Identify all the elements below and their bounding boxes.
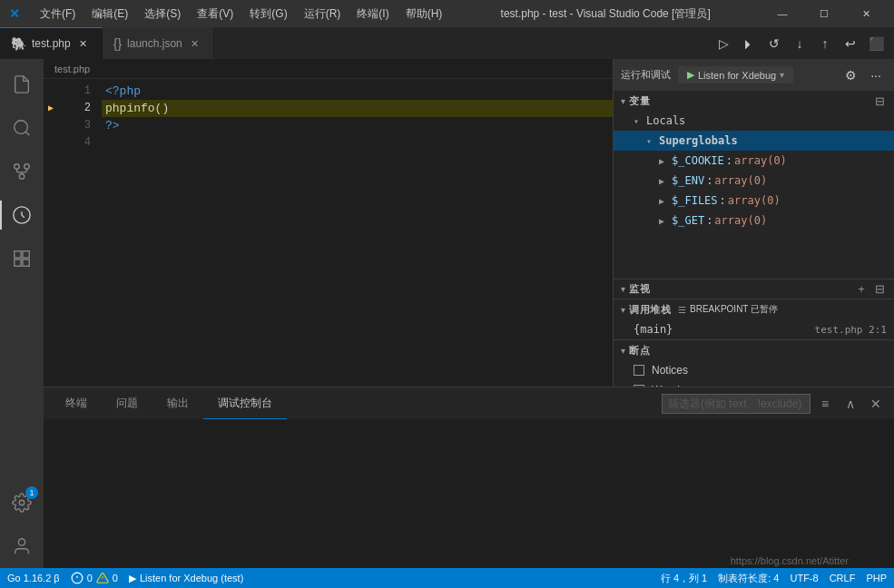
collapse-all-icon[interactable]: ⊟ [872,93,887,108]
cookie-chevron: ▶ [659,156,672,166]
var-tree: ▾ Locals ▾ Superglobals ▶ [614,111,894,230]
search-icon[interactable] [0,106,44,150]
add-watch-icon[interactable]: + [854,282,869,297]
debug-continue-button[interactable]: ▷ [712,34,734,54]
content-area: 1 test.php [0,59,894,568]
callstack-main-item[interactable]: {main} test.php 2:1 [614,319,894,339]
tab-problems[interactable]: 问题 [102,387,152,419]
close-panel-icon[interactable]: ✕ [865,394,887,414]
var-env[interactable]: ▶ $_ENV : array(0) [614,171,894,191]
status-go-version[interactable]: Go 1.16.2 β [7,573,60,583]
menu-item[interactable]: 帮助(H) [398,5,450,24]
line-num-2: 2 [58,100,91,117]
account-icon[interactable] [0,524,44,568]
editor-main: test.php ▶ 1 2 3 4 [44,59,613,387]
tabs-toolbar: 🐘test.php✕{}launch.json✕ ▷ ⏵ ↺ ↓ ↑ ↩ ⬛ [0,27,894,59]
source-control-icon[interactable] [0,150,44,193]
collapse-watch-icon[interactable]: ⊟ [872,282,887,297]
tab-output[interactable]: 输出 [152,387,203,419]
svg-rect-9 [23,260,29,266]
bp-warnings[interactable]: Warnings [614,380,894,387]
debug-step-over-button[interactable]: ↺ [763,34,785,54]
debug-console-content[interactable] [44,419,894,568]
var-cookie[interactable]: ▶ $_COOKIE : array(0) [614,151,894,171]
settings-icon[interactable]: 1 [0,481,44,524]
position-label: 行 4，列 1 [661,572,707,585]
env-colon: : [706,174,712,187]
svg-line-1 [25,132,29,135]
line-num-1: 1 [58,83,91,100]
collapse-panel-icon[interactable]: ∧ [840,394,861,414]
gear-icon[interactable]: ⚙ [840,65,861,85]
title-bar: ✕ 文件(F)编辑(E)选择(S)查看(V)转到(G)运行(R)终端(I)帮助(… [0,0,894,27]
listen-xdebug-button[interactable]: ▶ Listen for Xdebug ▾ [678,66,793,83]
locals-item[interactable]: ▾ Locals [614,111,894,131]
menu-item[interactable]: 选择(S) [137,5,188,24]
debug-pause-button[interactable]: ⏵ [738,34,760,54]
menu-item[interactable]: 文件(F) [33,5,83,24]
debug-step-out-button[interactable]: ↑ [814,34,836,54]
debug-restart-button[interactable]: ↩ [840,34,861,54]
cookie-colon: : [726,154,732,167]
close-button[interactable]: ✕ [845,0,887,27]
variables-section-title: 变量 [629,94,650,108]
status-errors[interactable]: 0 0 [71,572,118,584]
status-encoding[interactable]: UTF-8 [790,573,818,583]
superglobals-item[interactable]: ▾ Superglobals [614,131,894,151]
breakpoint-status-icon: ☰ [678,305,686,315]
variables-section-header[interactable]: ▾ 变量 ⊟ [614,91,894,111]
var-get[interactable]: ▶ $_GET : array(0) [614,211,894,230]
breakpoints-header[interactable]: ▾ 断点 [614,340,894,360]
debug-stop-button[interactable]: ⬛ [865,34,887,54]
code-editor[interactable]: ▶ 1 2 3 4 <?php phpinfo() [44,79,613,387]
watch-section-title: 监视 [629,282,650,296]
bp-notices[interactable]: Notices [614,360,894,380]
arrow-line-4 [44,134,58,152]
bp-notices-checkbox[interactable] [634,365,644,376]
tab-close-icon[interactable]: ✕ [76,36,91,51]
tab-debug-console[interactable]: 调试控制台 [203,387,287,419]
status-position[interactable]: 行 4，列 1 [661,572,707,585]
extensions-icon[interactable] [0,237,44,280]
tab-label: launch.json [127,37,182,50]
tab-terminal[interactable]: 终端 [51,387,102,419]
menu-item[interactable]: 编辑(E) [84,5,135,24]
watch-section-header[interactable]: ▾ 监视 + ⊟ [614,279,894,299]
code-content[interactable]: <?php phpinfo() ?> [102,79,613,387]
svg-rect-7 [23,251,29,258]
status-language[interactable]: PHP [866,573,887,583]
run-debug-label: 运行和调试 [621,68,671,82]
menu-item[interactable]: 查看(V) [190,5,241,24]
menu-item[interactable]: 运行(R) [297,5,349,24]
bp-notices-label: Notices [652,364,688,377]
more-actions-icon[interactable]: ··· [865,65,887,85]
tab-icon: 🐘 [11,36,26,51]
editor-panel: test.php ▶ 1 2 3 4 [44,59,894,568]
status-tab-size[interactable]: 制表符长度: 4 [718,572,779,585]
editor-tab[interactable]: 🐘test.php✕ [0,27,103,59]
variables-content[interactable]: ▾ Locals ▾ Superglobals ▶ [614,111,894,279]
main-container: 🐘test.php✕{}launch.json✕ ▷ ⏵ ↺ ↓ ↑ ↩ ⬛ [0,27,894,588]
files-colon: : [720,194,726,207]
superglobals-label: Superglobals [659,134,738,147]
menu-item[interactable]: 转到(G) [242,5,294,24]
window-controls: — ☐ ✕ [761,0,887,27]
breakpoint-status-text: BREAKPOINT 已暂停 [690,303,778,316]
callstack-header[interactable]: ▾ 调用堆栈 ☰ BREAKPOINT 已暂停 [614,299,894,319]
editor-tab[interactable]: {}launch.json✕ [103,27,214,59]
explorer-icon[interactable] [0,63,44,106]
filter-options-icon[interactable]: ≡ [814,394,836,414]
status-line-ending[interactable]: CRLF [830,573,856,583]
debug-activity-icon[interactable] [0,193,44,237]
debug-toolbar: ▷ ⏵ ↺ ↓ ↑ ↩ ⬛ [705,34,894,54]
minimize-button[interactable]: — [761,0,803,27]
maximize-button[interactable]: ☐ [803,0,845,27]
status-debug[interactable]: ▶ Listen for Xdebug (test) [129,573,243,584]
menu-item[interactable]: 终端(I) [349,5,396,24]
go-version-label: Go 1.16.2 β [7,573,60,583]
filter-input[interactable] [662,394,810,414]
debug-step-into-button[interactable]: ↓ [789,34,810,54]
var-files[interactable]: ▶ $_FILES : array(0) [614,191,894,211]
tab-close-icon[interactable]: ✕ [188,36,202,51]
tab-size-label: 制表符长度: 4 [718,572,779,585]
